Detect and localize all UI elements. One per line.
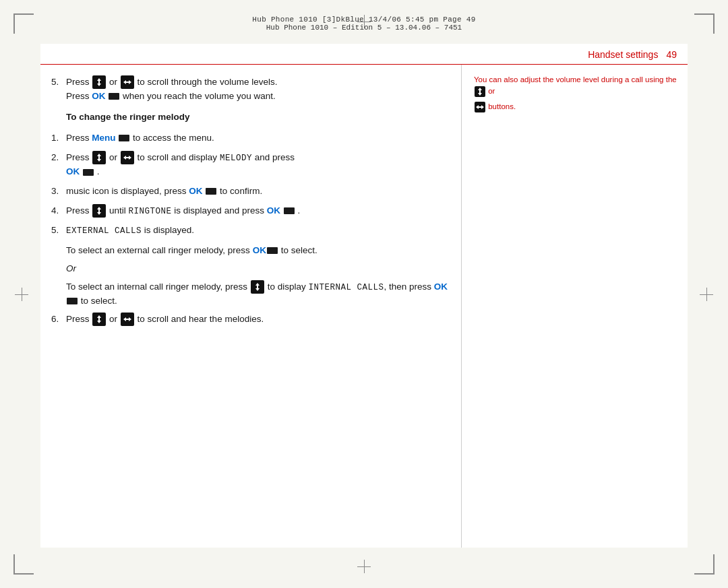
dash-btn-step1 xyxy=(119,135,129,141)
step-4: 4. Press until RINGTONE is displayed and… xyxy=(51,204,448,218)
page-content: Handset settings 49 5. Press or xyxy=(40,44,688,548)
step5-to-scroll: to scroll through the volume levels. xyxy=(138,77,278,87)
dash-btn-step4 xyxy=(284,207,295,214)
step-num-2: 2. xyxy=(51,151,66,165)
step-4-content: Press until RINGTONE is displayed and pr… xyxy=(66,204,448,218)
step6-press: Press xyxy=(66,314,92,324)
step-6-content: Press or to scroll a xyxy=(66,313,448,327)
crosshair-left xyxy=(15,288,28,301)
page-number: 49 xyxy=(666,49,677,60)
step-5b-content: EXTERNAL CALLS is displayed. xyxy=(66,224,448,238)
step4-displayed: is displayed and press xyxy=(174,205,266,216)
svg-marker-19 xyxy=(479,105,484,109)
step1-press: Press xyxy=(66,133,92,143)
step-num-5-top: 5. xyxy=(51,75,66,90)
side-column: You can also adjust the volume level dur… xyxy=(461,65,688,548)
step-num-4: 4. xyxy=(51,204,66,218)
step-3-content: music icon is displayed, press OK to con… xyxy=(66,185,448,199)
step-num-3: 3. xyxy=(51,185,66,199)
sidebar-text2: buttons. xyxy=(474,101,678,112)
corner-mark-tl xyxy=(13,13,34,34)
svg-marker-7 xyxy=(126,156,131,160)
nav-icon-up-step2 xyxy=(92,151,106,164)
svg-marker-1 xyxy=(97,81,101,86)
svg-marker-15 xyxy=(126,317,131,321)
nav-icon-up-step5 xyxy=(92,75,106,89)
header-line1: Hub Phone 1010 [3]DkBlue 13/4/06 5:45 pm… xyxy=(252,15,475,24)
indent2-ok: OK xyxy=(434,282,448,292)
step5-press2: Press xyxy=(66,91,92,101)
step2-melody: MELODY xyxy=(220,154,252,163)
step2-and-press: and press xyxy=(255,152,295,162)
step-3: 3. music icon is displayed, press OK to … xyxy=(51,185,448,199)
step2-ok: OK xyxy=(66,166,80,176)
step4-period: . xyxy=(297,205,300,216)
indent-block-2: To select an internal call ringer melody… xyxy=(66,280,448,308)
step5b-is-displayed: is displayed. xyxy=(144,225,194,235)
section-heading: To change the ringer melody xyxy=(66,110,448,125)
sidebar-or: or xyxy=(488,87,495,95)
step2-to: to scroll and display xyxy=(138,152,220,162)
svg-marker-17 xyxy=(478,90,482,96)
dash-btn-indent1 xyxy=(267,247,278,254)
step1-rest: to access the menu. xyxy=(133,133,214,143)
step2-period: . xyxy=(97,166,100,176)
or-italic: Or xyxy=(66,263,76,273)
section-heading-container: To change the ringer melody xyxy=(66,110,448,125)
step-2: 2. Press or xyxy=(51,151,448,179)
step-num-6: 6. xyxy=(51,313,66,327)
indent-block-1: To select an external call ringer melody… xyxy=(66,244,448,258)
step-1-content: Press Menu to access the menu. xyxy=(66,131,448,145)
svg-marker-5 xyxy=(97,156,101,162)
indent2-text: To select an internal call ringer melody… xyxy=(66,280,448,308)
dash-btn-step2 xyxy=(83,169,94,176)
step4-until: until xyxy=(109,205,129,216)
sidebar-text1: You can also adjust the volume level dur… xyxy=(474,75,677,84)
dash-btn-step5 xyxy=(109,93,119,100)
indent1-ok: OK xyxy=(253,245,266,255)
header-area: Hub Phone 1010 [3]DkBlue 13/4/06 5:45 pm… xyxy=(40,7,688,40)
step5-ok: OK xyxy=(92,91,105,101)
step5-press: Press xyxy=(66,77,92,87)
header-line2: Hub Phone 1010 – Edition 5 – 13.04.06 – … xyxy=(266,24,462,32)
dash-btn-indent2 xyxy=(67,298,78,304)
step4-press: Press xyxy=(66,205,92,216)
step-5b: 5. EXTERNAL CALLS is displayed. xyxy=(51,224,448,238)
step2-press: Press xyxy=(66,152,92,162)
nav-icon-indent2 xyxy=(251,280,264,294)
corner-mark-tr xyxy=(694,13,715,34)
svg-marker-13 xyxy=(97,318,101,323)
nav-icon-sidebar xyxy=(475,86,485,97)
step-num-1: 1. xyxy=(51,131,66,145)
step5-when: when you reach the volume you want. xyxy=(123,91,276,101)
step-1: 1. Press Menu to access the menu. xyxy=(51,131,448,145)
title-bar: Handset settings 49 xyxy=(40,44,688,65)
crosshair-bottom xyxy=(357,560,371,573)
step-num-5b: 5. xyxy=(51,224,66,238)
corner-mark-bl xyxy=(13,554,34,575)
page-title: Handset settings xyxy=(588,49,658,60)
or-text: Or xyxy=(66,262,448,276)
main-column: 5. Press or xyxy=(40,65,461,548)
step3-text: music icon is displayed, press xyxy=(66,186,189,196)
nav-icon-up-step6 xyxy=(92,313,106,326)
step4-ringtone: RINGTONE xyxy=(129,207,172,216)
indent2-int: INTERNAL CALLS xyxy=(308,283,384,292)
step3-rest: to confirm. xyxy=(220,186,262,196)
step6-or: or xyxy=(109,314,120,324)
step-5-top: 5. Press or xyxy=(51,75,448,104)
svg-marker-3 xyxy=(126,80,131,84)
svg-marker-9 xyxy=(97,209,101,215)
step5-or: or xyxy=(109,77,120,87)
indent1-text: To select an external call ringer melody… xyxy=(66,244,448,258)
nav-icon-down-step6 xyxy=(121,313,134,326)
nav-icon-down-step5 xyxy=(121,75,134,89)
crosshair-right xyxy=(700,288,713,301)
step6-to: to scroll and hear the melodies. xyxy=(138,314,264,324)
step3-ok: OK xyxy=(189,186,202,196)
corner-mark-br xyxy=(694,554,715,575)
sidebar-text: You can also adjust the volume level dur… xyxy=(474,74,678,97)
step5b-ext: EXTERNAL CALLS xyxy=(66,226,142,236)
step-6: 6. Press or xyxy=(51,313,448,327)
step-5-top-content: Press or to scroll t xyxy=(66,75,448,104)
